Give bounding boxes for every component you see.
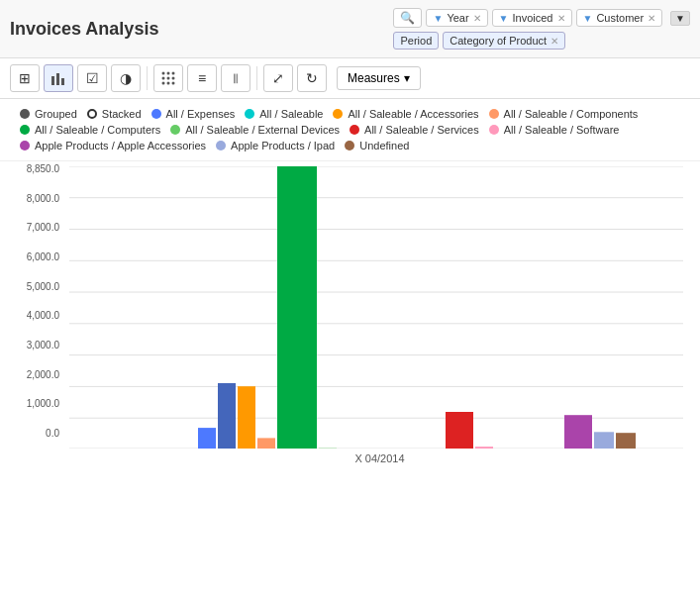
bar-chart-icon <box>50 70 66 86</box>
legend-grouped: Grouped <box>20 107 77 121</box>
filter-icon: ▼ <box>433 13 443 24</box>
group-category[interactable]: Category of Product ✕ <box>443 32 565 50</box>
page-title: Invoices Analysis <box>10 19 158 40</box>
legend-saleable-dot <box>245 109 254 119</box>
legend-stacked-label: Stacked <box>102 108 142 120</box>
dots-view-button[interactable] <box>153 64 183 92</box>
legend-stacked-dot <box>87 109 97 119</box>
legend-apple-acc-dot <box>20 141 30 150</box>
bar-expenses[interactable] <box>198 428 216 449</box>
filters-area: 🔍 ▼ Year ✕ ▼ Invoiced ✕ ▼ Customer ✕ ▼ P… <box>393 8 690 50</box>
search-icon: 🔍 <box>400 11 415 25</box>
svg-point-3 <box>162 72 165 75</box>
svg-point-5 <box>172 72 175 75</box>
close-category-icon[interactable]: ✕ <box>550 36 558 47</box>
chart-container: 8,850.0 8,000.0 7,000.0 6,000.0 5,000.0 … <box>0 161 700 468</box>
legend-services: All / Saleable / Services <box>350 123 479 137</box>
legend-computers-label: All / Saleable / Computers <box>35 124 160 136</box>
legend-accessories: All / Saleable / Accessories <box>333 107 478 121</box>
separator-1 <box>147 66 148 90</box>
legend-undefined-label: Undefined <box>359 140 409 151</box>
filter-customer-label: Customer <box>596 12 644 24</box>
legend-external-dot <box>170 125 180 135</box>
legend-grouped-label: Grouped <box>35 108 77 120</box>
legend-external-label: All / Saleable / External Devices <box>185 124 340 136</box>
bar-undefined[interactable] <box>616 433 636 449</box>
search-box[interactable]: 🔍 <box>393 8 422 28</box>
y-label-2000: 2,000.0 <box>27 369 59 380</box>
group-category-label: Category of Product <box>450 35 547 47</box>
legend-components-dot <box>489 109 499 119</box>
legend-ipad: Apple Products / Ipad <box>216 139 335 152</box>
y-label-7000: 7,000.0 <box>27 222 59 233</box>
measures-button[interactable]: Measures ▾ <box>337 66 421 90</box>
filter-icon-2: ▼ <box>499 13 509 24</box>
expand-button[interactable]: ⤢ <box>263 64 293 92</box>
bar-computers[interactable] <box>277 166 317 449</box>
bar-ipad[interactable] <box>594 432 614 449</box>
filter-year-label: Year <box>447 12 468 24</box>
filters-dropdown[interactable]: ▼ <box>670 11 690 26</box>
bar-components[interactable] <box>257 438 275 449</box>
legend-software-dot <box>489 125 499 135</box>
svg-point-11 <box>172 82 175 85</box>
svg-point-7 <box>167 77 170 80</box>
legend-undefined-dot <box>345 141 354 150</box>
y-label-3000: 3,000.0 <box>27 340 59 351</box>
contrast-view-button[interactable]: ◑ <box>111 64 141 92</box>
filter-invoiced-label: Invoiced <box>513 12 553 24</box>
y-label-8850: 8,850.0 <box>27 163 59 174</box>
chart-svg <box>69 166 683 449</box>
legend-apple-acc: Apple Products / Apple Accessories <box>20 139 206 152</box>
legend-apple-acc-label: Apple Products / Apple Accessories <box>35 140 206 151</box>
filter-customer[interactable]: ▼ Customer ✕ <box>576 9 663 27</box>
legend-software-label: All / Saleable / Software <box>504 124 620 136</box>
dots-icon <box>160 70 176 86</box>
refresh-button[interactable]: ↻ <box>297 64 327 92</box>
bar-accessories[interactable] <box>238 386 255 449</box>
bar-saleable[interactable] <box>218 383 236 449</box>
y-axis: 8,850.0 8,000.0 7,000.0 6,000.0 5,000.0 … <box>0 161 64 439</box>
y-label-4000: 4,000.0 <box>27 310 59 321</box>
legend-components-label: All / Saleable / Components <box>504 108 639 120</box>
bar-services[interactable] <box>446 412 473 449</box>
filter-row-2: Period Category of Product ✕ <box>393 32 690 50</box>
legend-expenses: All / Expenses <box>151 107 236 121</box>
filter-invoiced[interactable]: ▼ Invoiced ✕ <box>492 9 572 27</box>
legend-accessories-dot <box>333 109 343 119</box>
check-view-button[interactable]: ☑ <box>77 64 107 92</box>
bar-software[interactable] <box>475 447 493 449</box>
svg-point-6 <box>162 77 165 80</box>
svg-rect-0 <box>51 76 54 85</box>
list-view-button[interactable]: ≡ <box>187 64 217 92</box>
toolbar: ⊞ ☑ ◑ ≡ ⦀ ⤢ ↻ Measures ▾ <box>0 58 700 99</box>
bar-apple-acc[interactable] <box>564 415 592 449</box>
close-year-icon[interactable]: ✕ <box>473 13 481 24</box>
bar-chart-button[interactable] <box>44 64 73 92</box>
legend-computers: All / Saleable / Computers <box>20 123 160 137</box>
column-view-button[interactable]: ⦀ <box>221 64 250 92</box>
close-customer-icon[interactable]: ✕ <box>648 13 655 24</box>
legend-stacked: Stacked <box>87 107 142 121</box>
legend-ipad-dot <box>216 141 226 150</box>
group-period[interactable]: Period <box>393 32 439 50</box>
grid-view-button[interactable]: ⊞ <box>10 64 40 92</box>
measures-label: Measures <box>348 71 400 85</box>
svg-point-4 <box>167 72 170 75</box>
svg-point-9 <box>162 82 165 85</box>
legend-area: Grouped Stacked All / Expenses All / Sal… <box>0 99 700 161</box>
y-label-5000: 5,000.0 <box>27 281 59 292</box>
y-label-1000: 1,000.0 <box>27 398 59 409</box>
legend-services-label: All / Saleable / Services <box>364 124 479 136</box>
legend-saleable-label: All / Saleable <box>259 108 323 120</box>
legend-ipad-label: Apple Products / Ipad <box>231 140 335 151</box>
filter-year[interactable]: ▼ Year ✕ <box>426 9 487 27</box>
measures-dropdown-icon: ▾ <box>404 71 410 85</box>
legend-computers-dot <box>20 125 30 135</box>
svg-rect-1 <box>56 73 59 85</box>
svg-point-8 <box>172 77 175 80</box>
close-invoiced-icon[interactable]: ✕ <box>557 13 565 24</box>
x-label: X 04/2014 <box>69 452 690 464</box>
legend-undefined: Undefined <box>345 139 409 152</box>
legend-external: All / Saleable / External Devices <box>170 123 340 137</box>
